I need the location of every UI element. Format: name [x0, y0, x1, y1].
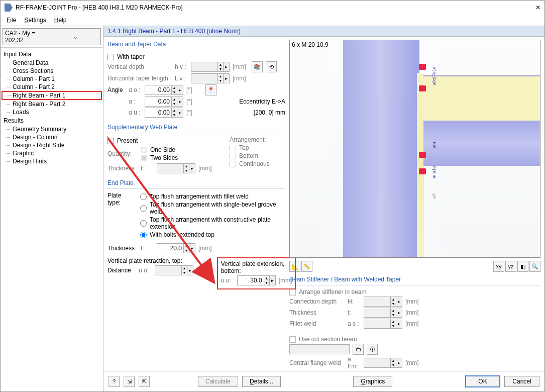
view-zoom-icon[interactable]: 🔍 — [529, 261, 540, 272]
tree-item[interactable]: Loads — [2, 108, 102, 116]
arrange-stiffener-check — [289, 289, 296, 296]
tree-item[interactable]: Design Hints — [2, 157, 102, 165]
info-icon[interactable]: 🛈 — [367, 344, 378, 355]
pt-opt2[interactable] — [140, 205, 147, 212]
two-sides-radio — [141, 155, 147, 161]
plate-thickness-spin[interactable]: ▲▼▸ — [157, 243, 195, 253]
graphics-button[interactable]: Graphics — [353, 376, 392, 387]
close-icon[interactable]: ✕ — [529, 4, 540, 11]
conn-depth-spin: ▲▼▸ — [364, 297, 402, 307]
tree-item[interactable]: Column - Part 1 — [2, 75, 102, 83]
undo-icon[interactable]: ⟲ — [266, 61, 277, 72]
pt-opt1[interactable] — [140, 193, 147, 200]
angle-ao-spin[interactable]: ▲▼▸ — [145, 85, 183, 95]
pin-icon[interactable]: 📍 — [205, 84, 216, 95]
menu-settings[interactable]: Settings — [21, 16, 49, 25]
pt-opt3[interactable] — [140, 220, 147, 227]
tree-item[interactable]: Column - Part 2 — [2, 83, 102, 91]
uo-spin: ▲▼▸ — [155, 265, 193, 275]
tree-item[interactable]: Graphic — [2, 149, 102, 157]
pt-opt4[interactable] — [140, 232, 147, 238]
import-icon[interactable]: ⇱ — [139, 376, 150, 387]
hlen-spin: ▲▼▸ — [191, 73, 230, 83]
cut-section-field — [289, 344, 350, 354]
group-web-plate: Supplementary Web Plate — [107, 123, 285, 133]
tree-input-head[interactable]: Input Data — [2, 50, 102, 59]
tree-item[interactable]: Design - Right Side — [2, 141, 102, 149]
export-icon[interactable]: ⇲ — [124, 376, 135, 387]
fillet-spin: ▲▼▸ — [364, 319, 402, 329]
calculate-button[interactable]: Calculate — [198, 376, 238, 387]
nav-tree: Input Data General Data Cross-Sections C… — [1, 47, 103, 391]
stiff-thickness-spin: ▲▼▸ — [364, 308, 402, 318]
loadcase-label: CA2 - My = 202,32 — [5, 30, 52, 44]
menu-help[interactable]: Help — [51, 16, 70, 25]
tree-item[interactable]: Right Beam - Part 2 — [2, 100, 102, 108]
window-title: RF-FRAME-JOINT Pro - [HEB 400 IH3.1 M20 … — [16, 4, 529, 11]
cancel-button[interactable]: Cancel — [504, 376, 539, 387]
loadcase-combo[interactable]: CA2 - My = 202,32 ⌄ — [3, 28, 101, 45]
usecut-check — [289, 336, 296, 343]
tree-item[interactable]: Design - Column — [2, 133, 102, 141]
highlight-extension: Vertical plate extension, bottom: u u: ▲… — [217, 257, 296, 289]
app-icon — [5, 4, 13, 12]
arr-continuous-check — [230, 161, 236, 167]
vdepth-spin: ▲▼▸ — [191, 62, 230, 72]
arr-bottom-check — [230, 153, 236, 159]
uu-spin[interactable]: ▲▼▸ — [237, 275, 276, 285]
tree-item-selected[interactable]: Right Beam - Part 1 — [2, 91, 102, 100]
angle-a-spin[interactable]: ▲▼▸ — [145, 96, 183, 107]
help-icon[interactable]: ? — [108, 376, 120, 387]
library-icon[interactable]: 📚 — [252, 61, 263, 72]
cfw-spin: ▲▼▸ — [364, 358, 402, 368]
present-check[interactable] — [107, 138, 114, 144]
viewport-label: 6 x M 20 10.9 — [292, 41, 329, 48]
with-taper-check[interactable] — [107, 54, 114, 60]
browse-icon[interactable]: 🗀 — [353, 344, 364, 355]
wp-thickness-spin: ▲▼▸ — [157, 163, 195, 173]
3d-viewport[interactable]: 6 x M 20 10.9 a0o|Fo1o am m a1u e3 — [289, 40, 540, 258]
view-iso-icon[interactable]: ◧ — [517, 261, 528, 272]
group-stiffener: Beam Stiffener / Beam with Welded Taper — [289, 275, 540, 285]
view-xy-icon[interactable]: xy — [493, 261, 504, 272]
group-beam-taper: Beam and Taper Data — [107, 40, 285, 50]
tree-item[interactable]: General Data — [2, 59, 102, 67]
details-button[interactable]: Details... — [242, 376, 281, 387]
tree-item[interactable]: Cross-Sections — [2, 67, 102, 75]
angle-au-spin[interactable]: ▲▼▸ — [145, 108, 183, 118]
tree-results-head[interactable]: Results — [2, 116, 102, 125]
panel-title: 1.4.1 Right Beam - Part 1 - HEB 400 (ohn… — [103, 26, 544, 37]
chevron-down-icon: ⌄ — [52, 33, 98, 40]
ok-button[interactable]: OK — [465, 375, 500, 387]
one-side-radio — [141, 147, 147, 153]
view-tool-2[interactable]: 📏 — [301, 261, 312, 272]
tree-item[interactable]: Geometry Summary — [2, 125, 102, 133]
group-end-plate: End Plate — [107, 178, 285, 189]
menu-file[interactable]: File — [4, 16, 19, 25]
arr-top-check — [230, 145, 236, 151]
view-yz-icon[interactable]: yz — [505, 261, 516, 272]
